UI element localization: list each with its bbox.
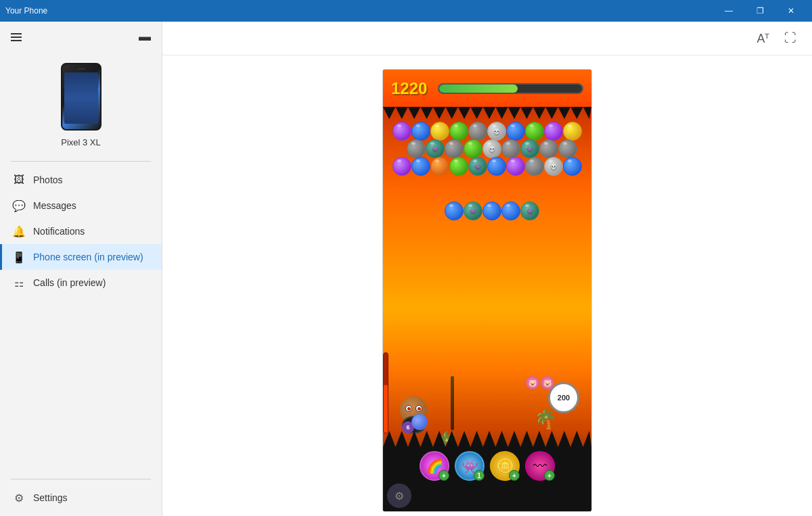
creature: 🐷 [526,376,539,390]
sidebar-item-photos[interactable]: 🖼 Photos [0,167,162,193]
settings-icon: ⚙ [13,492,25,504]
phone-screen-container: 1220 [162,55,812,516]
bubbles-area: 💀 👾 💀 [383,119,591,268]
bubble [430,157,449,176]
photos-icon: 🖼 [13,174,25,186]
game-settings-button[interactable]: ⚙ [387,484,411,508]
bubble: 💀 [544,157,563,176]
score-text: 1220 [391,79,427,98]
nav-items: 🖼 Photos 💬 Messages 🔔 Notifications 📱 Ph… [0,162,162,473]
app-title: Your Phone [5,6,47,16]
bubble [482,202,501,220]
battery-icon: ▬ [139,30,151,44]
bubble [449,122,468,141]
bubble [392,122,411,141]
powerups-row: 🌈 + 👾 1 🪙 + [383,447,591,484]
powerup-badge: + [438,470,449,481]
titlebar-controls: — ❐ ✕ [713,0,807,22]
bubble [563,157,582,176]
sidebar-item-label: Photos [33,174,63,185]
footer-divider [11,479,151,479]
settings-btn-row: ⚙ [383,484,591,511]
sidebar-item-label: Messages [33,200,76,211]
bubble [563,122,582,141]
game-area: 1220 [383,70,591,511]
minimize-button[interactable]: — [713,0,744,22]
powerup-pacman[interactable]: 👾 1 [455,451,484,481]
notifications-icon: 🔔 [13,225,25,237]
sidebar-item-calls[interactable]: ⚏ Calls (in preview) [0,270,162,296]
bubble [506,157,525,176]
powerup-badge: + [509,470,520,481]
powerup-coin[interactable]: 🪙 + [490,451,520,481]
bubble [445,139,464,158]
font-button[interactable]: Aᵀ [752,28,774,49]
bubble: 👾 [464,202,482,220]
expand-button[interactable]: ⛶ [780,28,801,49]
thermometer [383,352,388,433]
bubble [468,122,487,141]
powerup-badge: 1 [474,470,484,481]
hamburger-menu[interactable] [11,33,22,41]
bubble [501,139,520,158]
bubble: 👾 [468,157,487,176]
device-screen-preview [64,72,98,124]
sidebar-item-phone-screen[interactable]: 📱 Phone screen (in preview) [0,244,162,270]
score-badge: 200 [548,382,579,413]
progress-bar [438,83,583,94]
bubble [449,157,468,176]
bubble [506,122,525,141]
sidebar-header: ▬ [0,22,162,52]
character-eye-left [405,405,412,412]
bubble [392,157,411,176]
bubble: 👾 [426,139,445,158]
sidebar-item-label: Phone screen (in preview) [33,252,143,262]
bubble [501,202,520,220]
bubble [487,157,506,176]
bubble [411,157,430,176]
device-section: Pixel 3 XL [0,52,162,161]
device-image [61,63,102,131]
creatures: 🐷 🐷 [526,376,554,390]
settings-label: Settings [33,492,68,503]
bubble: 👾 [520,202,539,220]
sidebar: ▬ Pixel 3 XL 🖼 Photos 💬 Messages 🔔 Notif… [0,22,162,516]
thermo-fill [384,385,388,433]
close-button[interactable]: ✕ [775,0,807,22]
powerup-squiggle[interactable]: 〰 + [525,451,555,481]
score-bar: 1220 [383,70,591,107]
sidebar-item-notifications[interactable]: 🔔 Notifications [0,218,162,244]
bubble: 💀 [487,122,506,141]
palm-tree-right: 🌴 [534,408,558,430]
bubble [407,139,426,158]
character-eyes [405,405,422,412]
bubble-row-3: 👾 💀 [392,157,582,176]
phone-screen[interactable]: 1220 [382,69,592,512]
bubble [525,157,544,176]
messages-icon: 💬 [13,200,25,212]
powerup-badge: + [544,470,555,481]
character-eye-right [415,405,422,412]
powerup-rainbow[interactable]: 🌈 + [420,451,449,481]
sidebar-item-label: Notifications [33,226,85,237]
bubble [445,202,464,220]
bubble [430,122,449,141]
sidebar-item-settings[interactable]: ⚙ Settings [0,485,162,511]
restore-button[interactable]: ❐ [744,0,775,22]
titlebar: Your Phone — ❐ ✕ [0,0,812,22]
device-name: Pixel 3 XL [61,137,101,147]
bubble [539,139,558,158]
bubble [544,122,563,141]
bubble-row-1: 💀 [392,122,582,141]
bubble-row-2: 👾 💀 👾 [407,139,577,158]
app-content: ▬ Pixel 3 XL 🖼 Photos 💬 Messages 🔔 Notif… [0,22,812,516]
bubble [411,122,430,141]
sidebar-footer: ⚙ Settings [0,473,162,516]
titlebar-left: Your Phone [5,6,47,16]
bubble [525,122,544,141]
bubble [558,139,577,158]
progress-bar-fill [439,85,518,93]
sidebar-item-messages[interactable]: 💬 Messages [0,193,162,218]
bubble: 💀 [482,139,501,158]
calls-icon: ⚏ [13,277,25,289]
